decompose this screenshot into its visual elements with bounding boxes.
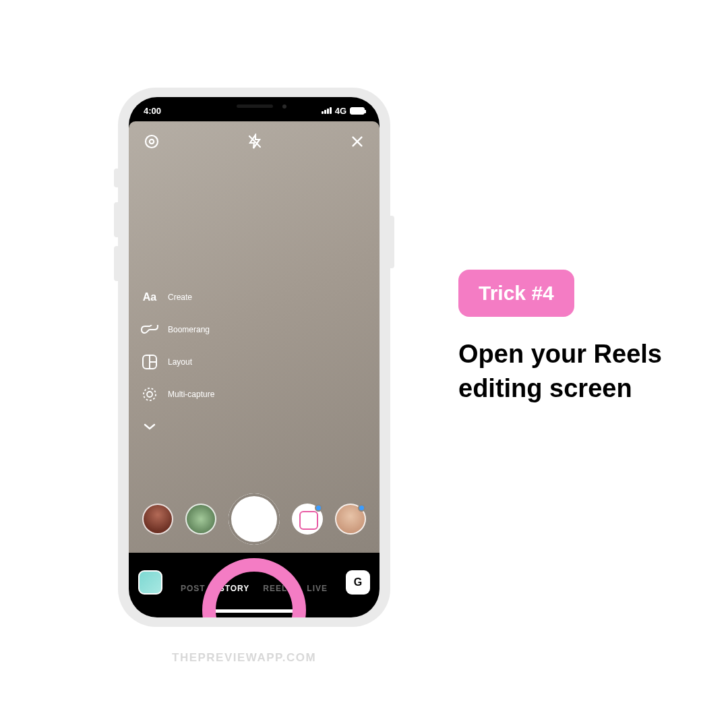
- trick-badge: Trick #4: [458, 270, 574, 317]
- tool-label: Create: [168, 293, 192, 302]
- svg-point-9: [144, 388, 156, 400]
- tab-post[interactable]: POST: [181, 584, 206, 593]
- svg-point-1: [150, 140, 154, 144]
- text-icon: Aa: [141, 289, 158, 306]
- phone-body: 4:00 4G: [118, 88, 390, 627]
- status-time: 4:00: [144, 106, 161, 116]
- status-right: 4G: [322, 106, 365, 116]
- tab-live[interactable]: LIVE: [307, 584, 328, 593]
- filter-option[interactable]: [292, 504, 323, 535]
- tool-layout[interactable]: Layout: [141, 353, 214, 371]
- filter-option[interactable]: [185, 504, 216, 535]
- signal-icon: [322, 107, 332, 114]
- gallery-button[interactable]: [138, 570, 162, 595]
- story-tools: Aa Create Boomerang Layout: [141, 289, 214, 435]
- watermark: THEPREVIEWAPP.COM: [172, 651, 316, 665]
- network-label: 4G: [335, 106, 346, 116]
- tool-label: Layout: [168, 357, 192, 367]
- switch-camera-button[interactable]: G: [346, 570, 370, 595]
- svg-point-0: [146, 135, 158, 148]
- phone-mockup: 4:00 4G: [118, 88, 390, 643]
- shutter-button[interactable]: [229, 493, 280, 545]
- filter-option[interactable]: [142, 504, 173, 535]
- mute-switch: [114, 169, 118, 187]
- layout-icon: [141, 353, 158, 371]
- instruction-text: Open your Reels editing screen: [458, 337, 688, 406]
- tool-label: Boomerang: [168, 325, 210, 334]
- volume-down: [114, 246, 118, 281]
- camera-viewfinder: Aa Create Boomerang Layout: [129, 121, 380, 553]
- chevron-down-icon: [141, 418, 158, 435]
- filter-option[interactable]: [335, 504, 366, 535]
- notch: [193, 97, 315, 115]
- flash-off-icon[interactable]: [247, 133, 263, 152]
- svg-point-10: [147, 392, 152, 397]
- settings-icon[interactable]: [144, 133, 160, 152]
- phone-screen: 4:00 4G: [129, 97, 380, 617]
- power-button: [390, 216, 394, 268]
- infinity-icon: [141, 321, 158, 338]
- tool-label: Multi-capture: [168, 390, 214, 399]
- filter-carousel[interactable]: [129, 485, 380, 553]
- battery-icon: [350, 107, 365, 115]
- tool-expand[interactable]: [141, 418, 158, 435]
- new-dot-icon: [315, 504, 322, 512]
- multicapture-icon: [141, 386, 158, 403]
- volume-up: [114, 202, 118, 237]
- tool-create[interactable]: Aa Create: [141, 289, 214, 306]
- tool-multicapture[interactable]: Multi-capture: [141, 386, 214, 403]
- tool-boomerang[interactable]: Boomerang: [141, 321, 214, 338]
- close-icon[interactable]: [350, 134, 365, 152]
- new-dot-icon: [358, 504, 365, 512]
